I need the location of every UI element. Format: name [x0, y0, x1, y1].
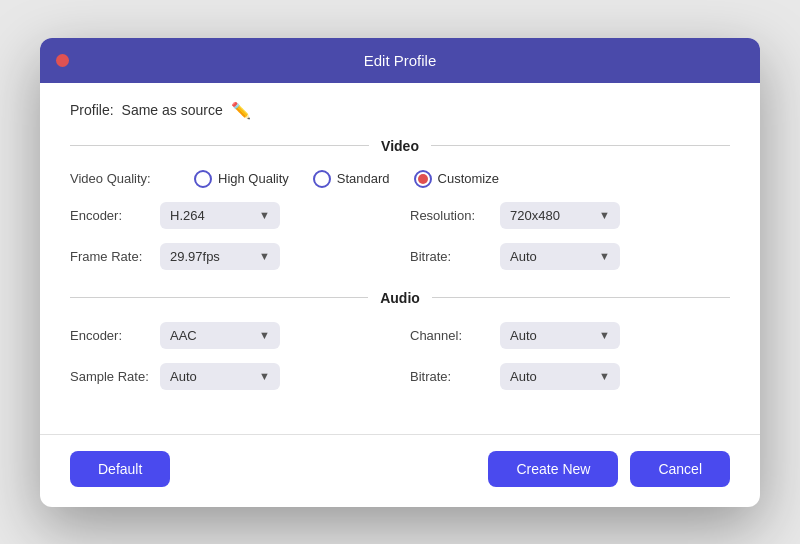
edit-profile-icon[interactable]: ✏️	[231, 101, 251, 120]
audio-bitrate-dropdown[interactable]: Auto ▼	[500, 363, 620, 390]
resolution-value: 720x480	[510, 208, 560, 223]
encoder-value: H.264	[170, 208, 205, 223]
audio-encoder-label: Encoder:	[70, 328, 150, 343]
video-section-title: Video	[381, 138, 419, 154]
resolution-dropdown-arrow: ▼	[599, 209, 610, 221]
quality-customize-option[interactable]: Customize	[414, 170, 499, 188]
video-form-grid: Encoder: H.264 ▼ Resolution: 720x480 ▼ F…	[70, 202, 730, 270]
quality-customize-radio[interactable]	[414, 170, 432, 188]
dialog-body: Profile: Same as source ✏️ Video Video Q…	[40, 83, 760, 434]
video-bitrate-dropdown-arrow: ▼	[599, 250, 610, 262]
sample-rate-label: Sample Rate:	[70, 369, 150, 384]
profile-label: Profile:	[70, 102, 114, 118]
framerate-row: Frame Rate: 29.97fps ▼	[70, 243, 390, 270]
footer-right-buttons: Create New Cancel	[488, 451, 730, 487]
title-bar: Edit Profile	[40, 38, 760, 83]
resolution-dropdown[interactable]: 720x480 ▼	[500, 202, 620, 229]
divider-line-left	[70, 145, 369, 146]
video-bitrate-row: Bitrate: Auto ▼	[410, 243, 730, 270]
audio-encoder-dropdown-arrow: ▼	[259, 329, 270, 341]
close-button[interactable]	[56, 54, 69, 67]
audio-encoder-dropdown[interactable]: AAC ▼	[160, 322, 280, 349]
quality-standard-label: Standard	[337, 171, 390, 186]
traffic-lights	[56, 54, 69, 67]
sample-rate-dropdown-arrow: ▼	[259, 370, 270, 382]
channel-value: Auto	[510, 328, 537, 343]
audio-divider-line-left	[70, 297, 368, 298]
channel-label: Channel:	[410, 328, 490, 343]
sample-rate-dropdown[interactable]: Auto ▼	[160, 363, 280, 390]
quality-high-radio[interactable]	[194, 170, 212, 188]
audio-bitrate-row: Bitrate: Auto ▼	[410, 363, 730, 390]
dialog-footer: Default Create New Cancel	[40, 434, 760, 507]
default-button[interactable]: Default	[70, 451, 170, 487]
framerate-dropdown[interactable]: 29.97fps ▼	[160, 243, 280, 270]
profile-value: Same as source	[122, 102, 223, 118]
quality-high-label: High Quality	[218, 171, 289, 186]
channel-dropdown-arrow: ▼	[599, 329, 610, 341]
audio-encoder-value: AAC	[170, 328, 197, 343]
audio-section-divider: Audio	[70, 290, 730, 306]
video-bitrate-dropdown[interactable]: Auto ▼	[500, 243, 620, 270]
video-section-divider: Video	[70, 138, 730, 154]
create-new-button[interactable]: Create New	[488, 451, 618, 487]
channel-dropdown[interactable]: Auto ▼	[500, 322, 620, 349]
encoder-dropdown[interactable]: H.264 ▼	[160, 202, 280, 229]
video-quality-row: Video Quality: High Quality Standard Cus…	[70, 170, 730, 188]
audio-form-grid: Encoder: AAC ▼ Channel: Auto ▼ Sample Ra…	[70, 322, 730, 390]
framerate-dropdown-arrow: ▼	[259, 250, 270, 262]
video-bitrate-label: Bitrate:	[410, 249, 490, 264]
audio-bitrate-value: Auto	[510, 369, 537, 384]
resolution-row: Resolution: 720x480 ▼	[410, 202, 730, 229]
framerate-label: Frame Rate:	[70, 249, 150, 264]
dialog-title: Edit Profile	[364, 52, 437, 69]
audio-bitrate-label: Bitrate:	[410, 369, 490, 384]
sample-rate-value: Auto	[170, 369, 197, 384]
edit-profile-dialog: Edit Profile Profile: Same as source ✏️ …	[40, 38, 760, 507]
encoder-label: Encoder:	[70, 208, 150, 223]
sample-rate-row: Sample Rate: Auto ▼	[70, 363, 390, 390]
cancel-button[interactable]: Cancel	[630, 451, 730, 487]
framerate-value: 29.97fps	[170, 249, 220, 264]
profile-row: Profile: Same as source ✏️	[70, 101, 730, 120]
video-quality-label: Video Quality:	[70, 171, 170, 186]
channel-row: Channel: Auto ▼	[410, 322, 730, 349]
quality-standard-radio[interactable]	[313, 170, 331, 188]
audio-section-title: Audio	[380, 290, 420, 306]
quality-high-option[interactable]: High Quality	[194, 170, 289, 188]
divider-line-right	[431, 145, 730, 146]
audio-bitrate-dropdown-arrow: ▼	[599, 370, 610, 382]
encoder-dropdown-arrow: ▼	[259, 209, 270, 221]
resolution-label: Resolution:	[410, 208, 490, 223]
quality-standard-option[interactable]: Standard	[313, 170, 390, 188]
audio-divider-line-right	[432, 297, 730, 298]
video-bitrate-value: Auto	[510, 249, 537, 264]
encoder-row: Encoder: H.264 ▼	[70, 202, 390, 229]
audio-encoder-row: Encoder: AAC ▼	[70, 322, 390, 349]
quality-customize-label: Customize	[438, 171, 499, 186]
